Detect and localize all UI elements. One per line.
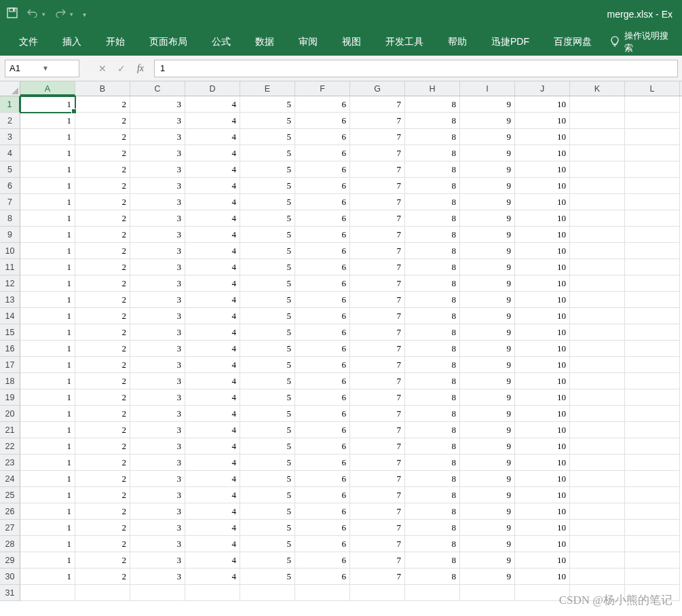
cell[interactable] — [515, 585, 570, 601]
cell[interactable]: 1 — [20, 145, 75, 161]
cell[interactable]: 7 — [350, 406, 405, 422]
cell[interactable]: 9 — [460, 324, 515, 341]
cell[interactable]: 1 — [20, 324, 75, 341]
cell[interactable]: 2 — [75, 503, 130, 520]
cell[interactable]: 5 — [240, 243, 295, 259]
cell[interactable] — [185, 585, 240, 601]
cell[interactable]: 5 — [240, 520, 295, 536]
cell[interactable]: 6 — [295, 275, 350, 292]
ribbon-tab[interactable]: 视图 — [330, 32, 373, 52]
cell[interactable] — [570, 227, 625, 243]
cell[interactable] — [570, 536, 625, 552]
cell[interactable]: 9 — [460, 161, 515, 178]
cell[interactable]: 6 — [295, 243, 350, 259]
cell[interactable]: 5 — [240, 96, 295, 113]
cell[interactable] — [570, 569, 625, 585]
cell[interactable]: 6 — [295, 129, 350, 145]
cell[interactable]: 8 — [405, 178, 460, 194]
save-icon[interactable] — [7, 7, 18, 21]
cell[interactable]: 7 — [350, 324, 405, 341]
cell[interactable]: 1 — [20, 113, 75, 129]
cell[interactable]: 8 — [405, 422, 460, 438]
cell[interactable] — [570, 292, 625, 308]
cell[interactable]: 2 — [75, 275, 130, 292]
cell[interactable] — [570, 113, 625, 129]
cell[interactable]: 8 — [405, 275, 460, 292]
cell[interactable]: 6 — [295, 357, 350, 373]
cell[interactable]: 9 — [460, 96, 515, 113]
undo-dropdown-icon[interactable]: ▾ — [42, 11, 45, 18]
cell[interactable]: 4 — [185, 422, 240, 438]
cell[interactable]: 10 — [515, 210, 570, 227]
row-header[interactable]: 9 — [0, 227, 20, 243]
cell[interactable]: 6 — [295, 569, 350, 585]
ribbon-tab[interactable]: 文件 — [7, 32, 50, 52]
cell[interactable]: 3 — [130, 210, 185, 227]
cell[interactable]: 2 — [75, 194, 130, 210]
cell[interactable]: 6 — [295, 487, 350, 503]
column-header[interactable]: B — [75, 81, 130, 96]
cell[interactable] — [130, 585, 185, 601]
cell[interactable] — [625, 487, 680, 503]
cell[interactable]: 3 — [130, 129, 185, 145]
cell[interactable] — [625, 471, 680, 487]
cell[interactable]: 8 — [405, 324, 460, 341]
cell[interactable]: 5 — [240, 373, 295, 389]
cell[interactable]: 9 — [460, 275, 515, 292]
cell[interactable] — [625, 324, 680, 341]
cell[interactable] — [570, 455, 625, 471]
cell[interactable]: 2 — [75, 308, 130, 324]
row-header[interactable]: 25 — [0, 487, 20, 503]
cell[interactable]: 4 — [185, 145, 240, 161]
row-header[interactable]: 29 — [0, 552, 20, 569]
row-header[interactable]: 21 — [0, 422, 20, 438]
cell[interactable]: 2 — [75, 129, 130, 145]
cell[interactable]: 4 — [185, 210, 240, 227]
cell[interactable]: 6 — [295, 406, 350, 422]
cell[interactable]: 7 — [350, 243, 405, 259]
cell[interactable]: 3 — [130, 520, 185, 536]
cell[interactable]: 1 — [20, 406, 75, 422]
name-box[interactable]: A1 ▼ — [5, 60, 79, 77]
select-all-corner[interactable] — [0, 81, 20, 96]
cell[interactable]: 10 — [515, 373, 570, 389]
cell[interactable]: 10 — [515, 438, 570, 455]
cell[interactable]: 4 — [185, 194, 240, 210]
cell[interactable]: 1 — [20, 129, 75, 145]
cell[interactable]: 8 — [405, 569, 460, 585]
cell[interactable]: 3 — [130, 552, 185, 569]
cell[interactable]: 3 — [130, 487, 185, 503]
cell[interactable] — [570, 259, 625, 275]
cell[interactable]: 7 — [350, 227, 405, 243]
cell[interactable]: 7 — [350, 569, 405, 585]
ribbon-tab[interactable]: 帮助 — [436, 32, 479, 52]
cell[interactable]: 7 — [350, 113, 405, 129]
row-header[interactable]: 24 — [0, 471, 20, 487]
cell[interactable]: 6 — [295, 438, 350, 455]
cell[interactable]: 5 — [240, 324, 295, 341]
cell[interactable]: 6 — [295, 389, 350, 406]
cell[interactable]: 7 — [350, 129, 405, 145]
cell[interactable]: 9 — [460, 503, 515, 520]
cell[interactable]: 8 — [405, 243, 460, 259]
cell[interactable] — [625, 357, 680, 373]
cell[interactable]: 9 — [460, 422, 515, 438]
cell[interactable]: 5 — [240, 536, 295, 552]
cell[interactable]: 5 — [240, 227, 295, 243]
ribbon-tab[interactable]: 开发工具 — [373, 32, 436, 52]
cell[interactable]: 5 — [240, 406, 295, 422]
cell[interactable]: 1 — [20, 373, 75, 389]
cell[interactable]: 1 — [20, 210, 75, 227]
cell[interactable]: 6 — [295, 113, 350, 129]
cell[interactable]: 3 — [130, 324, 185, 341]
cell[interactable]: 3 — [130, 503, 185, 520]
cell[interactable]: 10 — [515, 161, 570, 178]
cell[interactable]: 2 — [75, 471, 130, 487]
cell[interactable] — [570, 96, 625, 113]
row-header[interactable]: 2 — [0, 113, 20, 129]
column-header[interactable]: L — [625, 81, 680, 96]
cell[interactable]: 1 — [20, 503, 75, 520]
cell[interactable]: 8 — [405, 552, 460, 569]
cell[interactable]: 3 — [130, 292, 185, 308]
row-header[interactable]: 16 — [0, 341, 20, 357]
